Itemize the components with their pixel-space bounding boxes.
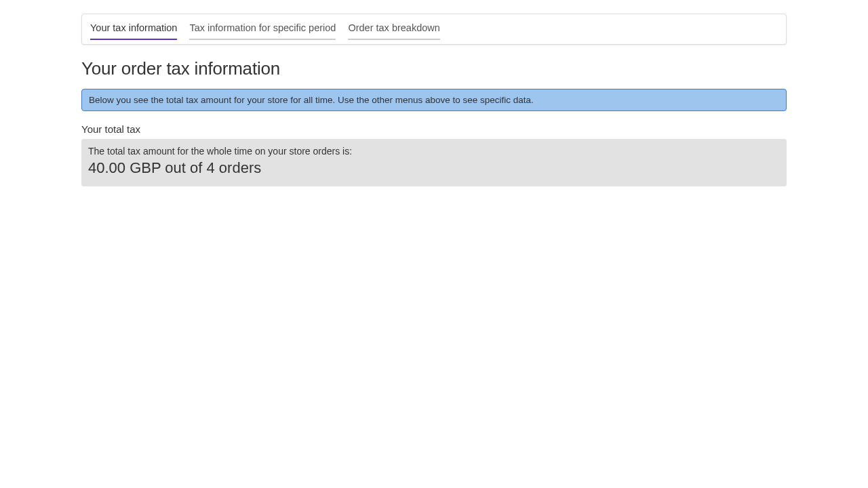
tab-your-tax-information[interactable]: Your tax information: [90, 21, 177, 40]
tabs: Your tax information Tax information for…: [90, 21, 778, 40]
tabs-container: Your tax information Tax information for…: [81, 14, 787, 45]
total-tax-value: 40.00 GBP out of 4 orders: [88, 159, 780, 177]
total-tax-caption: The total tax amount for the whole time …: [88, 146, 780, 157]
total-tax-label: Your total tax: [81, 123, 787, 135]
info-banner: Below you see the total tax amount for y…: [81, 89, 787, 111]
tab-specific-period[interactable]: Tax information for specific period: [189, 21, 336, 40]
tab-order-breakdown[interactable]: Order tax breakdown: [348, 21, 439, 40]
page-title: Your order tax information: [81, 58, 787, 79]
total-tax-box: The total tax amount for the whole time …: [81, 139, 787, 186]
